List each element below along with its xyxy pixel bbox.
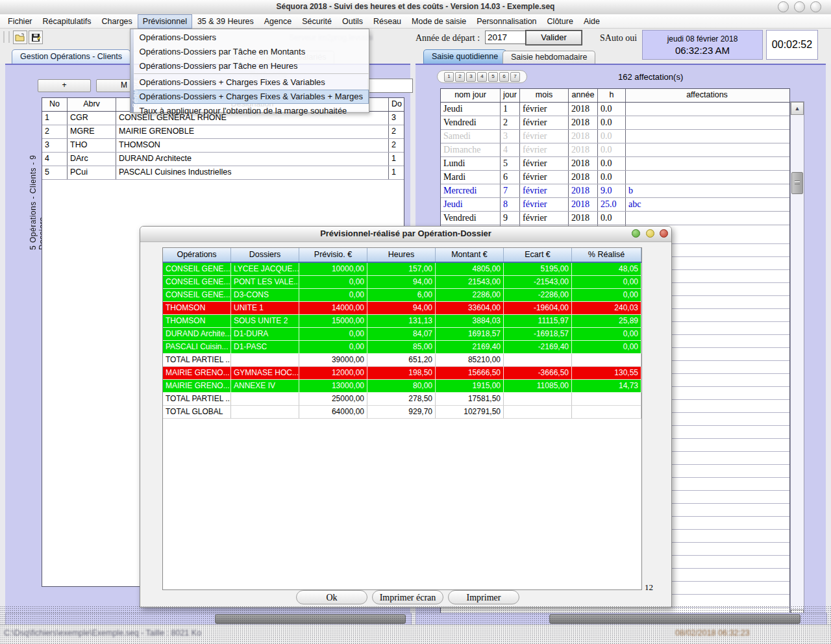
right-hscroll-thumb[interactable] — [549, 614, 800, 624]
vscroll-thumb[interactable] — [791, 172, 803, 194]
day-row[interactable]: Vendredi 2 février 2018 0.0 — [441, 116, 789, 130]
dialog-close-button[interactable] — [660, 229, 668, 238]
menubar-item[interactable]: Récapitulatifs — [38, 14, 97, 29]
menubar-item[interactable]: Réseau — [368, 14, 406, 29]
menubar-item[interactable]: 35 & 39 Heures — [192, 14, 259, 29]
client-row[interactable]: 5 PCui PASCALI Cuisines Industrielles 1 — [42, 166, 404, 180]
window-minimize-button[interactable] — [778, 1, 789, 12]
days-table-vscrollbar[interactable]: ▲ ▼ — [790, 101, 804, 623]
menubar-item[interactable]: Personnalisation — [471, 14, 541, 29]
day-row[interactable]: Vendredi 9 février 2018 0.0 — [441, 212, 789, 225]
dialog-column-header[interactable]: Ecart € — [504, 248, 572, 262]
right-hscrollbar[interactable] — [416, 613, 827, 625]
dialog-column-header[interactable]: Opérations — [163, 248, 231, 262]
dialog-column-header[interactable]: % Réalisé — [572, 248, 641, 262]
menubar-item[interactable]: Prévisionnel — [138, 14, 192, 29]
dialog-column-header[interactable]: Dossiers — [231, 248, 299, 262]
pager-button[interactable]: 5 — [488, 72, 498, 82]
dialog-table-row[interactable]: PASCALI Cuisin... D1-PASC 0,00 85,00 216… — [163, 341, 641, 354]
day-row[interactable]: Mercredi 7 février 2018 9.0 b — [441, 184, 789, 198]
pager-button[interactable]: 2 — [455, 72, 465, 82]
col-no[interactable]: No — [42, 98, 68, 111]
day-num: 5 — [501, 157, 520, 170]
menubar-item[interactable]: Agence — [259, 14, 297, 29]
col-nom-jour[interactable]: nom jour — [441, 89, 501, 102]
dialog-table-row[interactable]: TOTAL PARTIEL ... 39000,00 651,20 85210,… — [163, 354, 641, 367]
pager-button[interactable]: 1 — [444, 72, 454, 82]
cell-previsio: 0,00 — [299, 341, 367, 354]
col-jour[interactable]: jour — [501, 89, 520, 102]
client-row[interactable]: 4 DArc DURAND Architecte 1 — [42, 153, 404, 166]
dialog-table-row[interactable]: DURAND Archite... D1-DURA 0,00 84,07 169… — [163, 328, 641, 341]
pager-button[interactable]: 6 — [499, 72, 509, 82]
client-row[interactable]: 3 THO THOMSON 2 — [42, 139, 404, 153]
col-annee[interactable]: année — [569, 89, 598, 102]
client-row[interactable]: 2 MGRE MAIRIE GRENOBLE 2 — [42, 125, 404, 139]
menu-item[interactable]: Opérations-Dossiers — [134, 31, 369, 45]
dialog-table-row[interactable]: CONSEIL GENE... LYCEE JACQUE... 10000,00… — [163, 263, 641, 276]
menu-item[interactable]: Opérations-Dossiers par Tâche en Montant… — [134, 45, 369, 59]
menubar-item[interactable]: Sécurité — [297, 14, 337, 29]
menubar-item[interactable]: Mode de saisie — [406, 14, 471, 29]
add-button[interactable]: + — [38, 79, 91, 92]
col-mois[interactable]: mois — [520, 89, 569, 102]
pager-button[interactable]: 3 — [466, 72, 476, 82]
dialog-table-row[interactable]: TOTAL PARTIEL ... 25000,00 278,50 17581,… — [163, 393, 641, 406]
dialog-table-row[interactable]: THOMSON UNITE 1 14000,00 94,00 33604,00 … — [163, 302, 641, 315]
day-row[interactable]: Jeudi 8 février 2018 25.0 abc — [441, 198, 789, 212]
toolbar-drag-handle[interactable] — [3, 31, 10, 43]
dialog-table-row[interactable]: TOTAL GLOBAL 64000,00 929,70 102791,50 — [163, 406, 641, 419]
menu-item[interactable]: Opérations-Dossiers par Tâche en Heures — [134, 59, 369, 74]
left-hscroll-thumb[interactable] — [215, 614, 406, 624]
dialog-column-header[interactable]: Heures — [367, 248, 436, 262]
col-abrv[interactable]: Abrv — [68, 98, 116, 111]
open-file-button[interactable] — [13, 31, 27, 44]
cell-previsio: 0,00 — [299, 289, 367, 302]
col-do[interactable]: Do — [389, 98, 403, 111]
dialog-table-row[interactable]: MAIRIE GRENO... GYMNASE HOC... 12000,00 … — [163, 367, 641, 380]
scroll-up-arrow[interactable]: ▲ — [791, 102, 804, 115]
menu-item[interactable]: Taux à appliquer pour l'obtention de la … — [134, 104, 369, 118]
validate-button[interactable]: Valider — [526, 31, 582, 45]
save-file-button[interactable] — [29, 31, 43, 44]
ok-button[interactable]: Ok — [296, 590, 367, 604]
dialog-table-row[interactable]: CONSEIL GENE... D3-CONS 0,00 6,00 2286,0… — [163, 289, 641, 302]
day-row[interactable]: Jeudi 1 février 2018 0.0 — [441, 103, 789, 116]
dialog-column-header[interactable]: Montant € — [436, 248, 504, 262]
print-screen-button[interactable]: Imprimer écran — [372, 590, 443, 604]
tab-saisie-quotidienne[interactable]: Saisie quotidienne — [423, 49, 506, 64]
day-row[interactable]: Mardi 6 février 2018 0.0 — [441, 171, 789, 184]
cell-realise — [572, 354, 641, 367]
day-hours: 0.0 — [598, 157, 626, 170]
day-row[interactable]: Lundi 5 février 2018 0.0 — [441, 157, 789, 171]
dialog-table-row[interactable]: CONSEIL GENE... PONT LES VALE... 0,00 94… — [163, 276, 641, 289]
left-hscrollbar[interactable] — [5, 613, 412, 625]
client-do: 1 — [389, 153, 403, 166]
day-row[interactable]: Samedi 3 février 2018 0.0 — [441, 130, 789, 143]
col-affectations[interactable]: affectations — [626, 89, 788, 102]
menubar-item[interactable]: Charges — [97, 14, 138, 29]
dialog-table-row[interactable]: THOMSON SOUS UNITE 2 15000,00 131,13 388… — [163, 315, 641, 328]
dialog-maximize-button[interactable] — [646, 229, 654, 238]
window-maximize-button[interactable] — [794, 1, 805, 12]
menu-item[interactable]: Opérations-Dossiers + Charges Fixes & Va… — [134, 90, 369, 104]
dialog-table-row[interactable]: MAIRIE GRENO... ANNEXE IV 13000,00 80,00… — [163, 380, 641, 393]
menu-item[interactable]: Opérations-Dossiers + Charges Fixes & Va… — [134, 75, 369, 90]
tab-saisie-hebdomadaire[interactable]: Saisie hebdomadaire — [502, 51, 595, 64]
search-input[interactable] — [367, 79, 413, 93]
menubar-item[interactable]: Aide — [578, 14, 605, 29]
col-h[interactable]: h — [598, 89, 626, 102]
menubar-item[interactable]: Clôture — [542, 14, 578, 29]
pager-button[interactable]: 4 — [477, 72, 487, 82]
pager-button[interactable]: 7 — [510, 72, 520, 82]
tab-gestion-operations-clients[interactable]: Gestion Opérations - Clients — [12, 49, 130, 64]
window-close-button[interactable] — [810, 1, 821, 12]
year-input[interactable] — [485, 31, 526, 44]
day-row[interactable]: Dimanche 4 février 2018 0.0 — [441, 143, 789, 157]
menubar-item[interactable]: Outils — [337, 14, 368, 29]
print-button[interactable]: Imprimer — [448, 590, 519, 604]
menubar-item[interactable]: Fichier — [3, 14, 38, 29]
dialog-minimize-button[interactable] — [632, 229, 640, 238]
cell-ecart: 11115,97 — [504, 315, 572, 328]
dialog-column-header[interactable]: Prévisio. € — [299, 248, 367, 262]
